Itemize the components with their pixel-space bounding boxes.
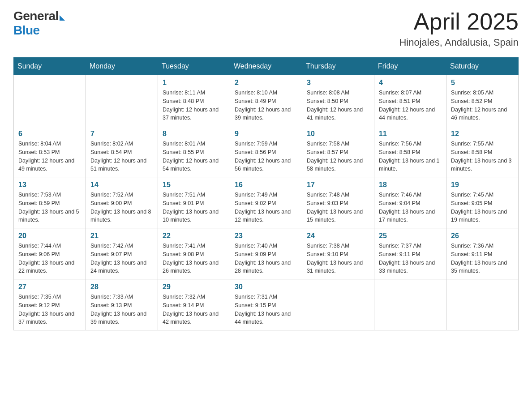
logo-blue-part: [59, 15, 65, 23]
weekday-header-thursday: Thursday: [302, 58, 374, 75]
day-info: Sunrise: 8:05 AMSunset: 8:52 PMDaylight:…: [451, 89, 514, 122]
calendar-header: SundayMondayTuesdayWednesdayThursdayFrid…: [14, 58, 519, 75]
calendar-cell: 28Sunrise: 7:33 AMSunset: 9:13 PMDayligh…: [86, 279, 158, 330]
calendar-week-row: 27Sunrise: 7:35 AMSunset: 9:12 PMDayligh…: [14, 279, 519, 330]
calendar-cell: 18Sunrise: 7:46 AMSunset: 9:04 PMDayligh…: [374, 177, 446, 228]
day-info: Sunrise: 7:37 AMSunset: 9:11 PMDaylight:…: [379, 242, 442, 275]
weekday-header-wednesday: Wednesday: [230, 58, 302, 75]
day-info: Sunrise: 7:58 AMSunset: 8:57 PMDaylight:…: [307, 140, 369, 173]
day-number: 25: [379, 232, 442, 240]
day-number: 15: [163, 181, 225, 189]
calendar-cell: 9Sunrise: 7:59 AMSunset: 8:56 PMDaylight…: [230, 126, 302, 177]
day-info: Sunrise: 7:40 AMSunset: 9:09 PMDaylight:…: [235, 242, 297, 275]
day-info: Sunrise: 8:10 AMSunset: 8:49 PMDaylight:…: [235, 89, 297, 122]
day-number: 29: [163, 283, 225, 291]
calendar-cell: 4Sunrise: 8:07 AMSunset: 8:51 PMDaylight…: [374, 75, 446, 126]
calendar-cell: 16Sunrise: 7:49 AMSunset: 9:02 PMDayligh…: [230, 177, 302, 228]
calendar-cell: [302, 279, 374, 330]
calendar-cell: 17Sunrise: 7:48 AMSunset: 9:03 PMDayligh…: [302, 177, 374, 228]
day-info: Sunrise: 7:46 AMSunset: 9:04 PMDaylight:…: [379, 191, 442, 224]
day-info: Sunrise: 7:49 AMSunset: 9:02 PMDaylight:…: [235, 191, 297, 224]
day-info: Sunrise: 7:45 AMSunset: 9:05 PMDaylight:…: [451, 191, 514, 224]
day-number: 22: [163, 232, 225, 240]
calendar-cell: [14, 75, 86, 126]
day-info: Sunrise: 8:04 AMSunset: 8:53 PMDaylight:…: [18, 140, 81, 173]
calendar-cell: 12Sunrise: 7:55 AMSunset: 8:58 PMDayligh…: [446, 126, 519, 177]
calendar-cell: 24Sunrise: 7:38 AMSunset: 9:10 PMDayligh…: [302, 228, 374, 279]
weekday-header-tuesday: Tuesday: [158, 58, 230, 75]
weekday-header-sunday: Sunday: [14, 58, 86, 75]
calendar-week-row: 20Sunrise: 7:44 AMSunset: 9:06 PMDayligh…: [14, 228, 519, 279]
day-info: Sunrise: 8:01 AMSunset: 8:55 PMDaylight:…: [163, 140, 225, 173]
day-number: 28: [90, 283, 153, 291]
calendar-cell: 21Sunrise: 7:42 AMSunset: 9:07 PMDayligh…: [86, 228, 158, 279]
weekday-header-monday: Monday: [86, 58, 158, 75]
calendar-cell: [86, 75, 158, 126]
day-info: Sunrise: 7:33 AMSunset: 9:13 PMDaylight:…: [90, 293, 153, 326]
calendar-cell: [446, 279, 519, 330]
location-subtitle: Hinojales, Andalusia, Spain: [399, 37, 519, 48]
calendar-cell: 11Sunrise: 7:56 AMSunset: 8:58 PMDayligh…: [374, 126, 446, 177]
day-info: Sunrise: 7:42 AMSunset: 9:07 PMDaylight:…: [90, 242, 153, 275]
logo: General Blue: [13, 9, 65, 38]
calendar-cell: 23Sunrise: 7:40 AMSunset: 9:09 PMDayligh…: [230, 228, 302, 279]
calendar-cell: 6Sunrise: 8:04 AMSunset: 8:53 PMDaylight…: [14, 126, 86, 177]
calendar-cell: [374, 279, 446, 330]
day-info: Sunrise: 7:44 AMSunset: 9:06 PMDaylight:…: [18, 242, 81, 275]
calendar-cell: 19Sunrise: 7:45 AMSunset: 9:05 PMDayligh…: [446, 177, 519, 228]
day-info: Sunrise: 7:53 AMSunset: 8:59 PMDaylight:…: [18, 191, 81, 224]
calendar-week-row: 1Sunrise: 8:11 AMSunset: 8:48 PMDaylight…: [14, 75, 519, 126]
day-number: 8: [163, 130, 225, 138]
calendar-body: 1Sunrise: 8:11 AMSunset: 8:48 PMDaylight…: [14, 75, 519, 330]
title-section: April 2025 Hinojales, Andalusia, Spain: [399, 9, 519, 48]
day-number: 5: [451, 79, 514, 87]
calendar-cell: 20Sunrise: 7:44 AMSunset: 9:06 PMDayligh…: [14, 228, 86, 279]
day-number: 23: [235, 232, 297, 240]
day-number: 21: [90, 232, 153, 240]
calendar-cell: 1Sunrise: 8:11 AMSunset: 8:48 PMDaylight…: [158, 75, 230, 126]
day-info: Sunrise: 7:48 AMSunset: 9:03 PMDaylight:…: [307, 191, 369, 224]
calendar-cell: 3Sunrise: 8:08 AMSunset: 8:50 PMDaylight…: [302, 75, 374, 126]
day-number: 20: [18, 232, 81, 240]
day-number: 27: [18, 283, 81, 291]
day-info: Sunrise: 8:11 AMSunset: 8:48 PMDaylight:…: [163, 89, 225, 122]
calendar-cell: 14Sunrise: 7:52 AMSunset: 9:00 PMDayligh…: [86, 177, 158, 228]
day-info: Sunrise: 7:56 AMSunset: 8:58 PMDaylight:…: [379, 140, 442, 173]
day-number: 2: [235, 79, 297, 87]
calendar-cell: 29Sunrise: 7:32 AMSunset: 9:14 PMDayligh…: [158, 279, 230, 330]
calendar-cell: 27Sunrise: 7:35 AMSunset: 9:12 PMDayligh…: [14, 279, 86, 330]
calendar-cell: 15Sunrise: 7:51 AMSunset: 9:01 PMDayligh…: [158, 177, 230, 228]
calendar-cell: 5Sunrise: 8:05 AMSunset: 8:52 PMDaylight…: [446, 75, 519, 126]
day-number: 16: [235, 181, 297, 189]
day-info: Sunrise: 7:41 AMSunset: 9:08 PMDaylight:…: [163, 242, 225, 275]
calendar-table: SundayMondayTuesdayWednesdayThursdayFrid…: [13, 57, 519, 330]
day-number: 18: [379, 181, 442, 189]
logo-general-text: General: [13, 9, 59, 23]
calendar-cell: 7Sunrise: 8:02 AMSunset: 8:54 PMDaylight…: [86, 126, 158, 177]
day-number: 26: [451, 232, 514, 240]
day-number: 17: [307, 181, 369, 189]
day-number: 10: [307, 130, 369, 138]
day-number: 11: [379, 130, 442, 138]
calendar-week-row: 6Sunrise: 8:04 AMSunset: 8:53 PMDaylight…: [14, 126, 519, 177]
day-number: 9: [235, 130, 297, 138]
weekday-header-saturday: Saturday: [446, 58, 519, 75]
day-info: Sunrise: 7:59 AMSunset: 8:56 PMDaylight:…: [235, 140, 297, 173]
calendar-cell: 8Sunrise: 8:01 AMSunset: 8:55 PMDaylight…: [158, 126, 230, 177]
month-year-title: April 2025: [399, 9, 519, 34]
calendar-cell: 22Sunrise: 7:41 AMSunset: 9:08 PMDayligh…: [158, 228, 230, 279]
day-info: Sunrise: 7:32 AMSunset: 9:14 PMDaylight:…: [163, 293, 225, 326]
day-info: Sunrise: 7:51 AMSunset: 9:01 PMDaylight:…: [163, 191, 225, 224]
calendar-cell: 30Sunrise: 7:31 AMSunset: 9:15 PMDayligh…: [230, 279, 302, 330]
logo-blue-text: Blue: [13, 23, 40, 38]
calendar-week-row: 13Sunrise: 7:53 AMSunset: 8:59 PMDayligh…: [14, 177, 519, 228]
weekday-header-friday: Friday: [374, 58, 446, 75]
day-number: 24: [307, 232, 369, 240]
page-header: General Blue April 2025 Hinojales, Andal…: [13, 9, 519, 48]
day-number: 4: [379, 79, 442, 87]
calendar-cell: 13Sunrise: 7:53 AMSunset: 8:59 PMDayligh…: [14, 177, 86, 228]
day-number: 14: [90, 181, 153, 189]
day-number: 6: [18, 130, 81, 138]
day-number: 7: [90, 130, 153, 138]
day-info: Sunrise: 8:02 AMSunset: 8:54 PMDaylight:…: [90, 140, 153, 173]
